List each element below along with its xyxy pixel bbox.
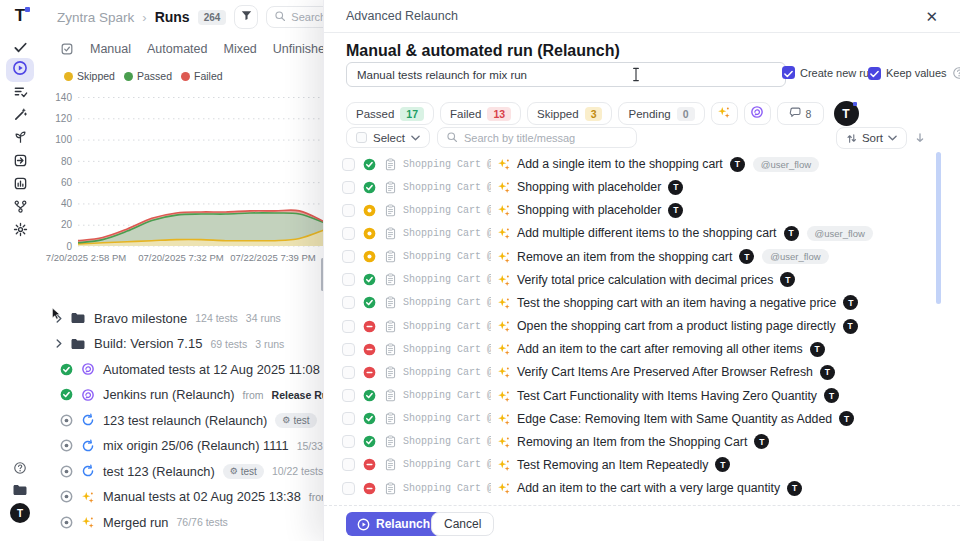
test-row[interactable]: Shopping Cart @…Add multiple different i… <box>324 223 960 243</box>
manual-sparkle-icon <box>497 250 511 264</box>
assignee-avatar: T <box>787 481 802 496</box>
test-row[interactable]: Shopping Cart @…Shopping with placeholde… <box>324 200 960 220</box>
run-row[interactable]: Jenkins run (Relaunch)fromRelease Run 1.… <box>40 384 323 406</box>
gear-icon <box>13 222 28 241</box>
sidebar-item-runs[interactable] <box>6 58 34 82</box>
sidebar-item-flaky[interactable] <box>9 128 31 150</box>
manual-sparkle-icon <box>497 412 511 426</box>
assignee-avatar: T <box>784 226 799 241</box>
run-tag: ⚙test <box>275 413 316 428</box>
test-checkbox[interactable] <box>342 412 355 425</box>
test-status-failed-icon <box>363 458 376 471</box>
run-status-in-progress-icon <box>60 414 73 427</box>
test-title: Verify Cart Items Are Preserved After Br… <box>517 365 813 379</box>
test-row[interactable]: Shopping Cart @…Add an item to the cart … <box>324 339 960 359</box>
test-row[interactable]: Shopping Cart @…Verify total price calcu… <box>324 270 960 290</box>
sidebar-item-projects[interactable] <box>9 481 31 503</box>
run-row[interactable]: Automated tests at 12 Aug 2025 11:08 (Re… <box>40 358 323 380</box>
milestone-row[interactable]: Build: Version 7.1569 tests3 runs <box>40 333 323 355</box>
run-row[interactable]: 123 test relaunch (Relaunch)⚙test15/23 t… <box>40 409 323 431</box>
clipboard-icon <box>384 250 397 263</box>
test-title: Shopping with placeholder <box>517 180 661 194</box>
test-row[interactable]: Shopping Cart @…Add an item to the cart … <box>324 478 960 498</box>
export-icon <box>13 153 28 172</box>
assignee-avatar: T <box>754 434 769 449</box>
clipboard-icon <box>384 412 397 425</box>
sidebar-item-help[interactable] <box>9 459 31 481</box>
test-checkbox[interactable] <box>342 389 355 402</box>
test-checkbox[interactable] <box>342 343 355 356</box>
test-checkbox[interactable] <box>342 227 355 240</box>
test-row[interactable]: Shopping Cart @…Remove an item from the … <box>324 247 960 267</box>
sidebar-item-integrations[interactable] <box>9 197 31 219</box>
milestone-row[interactable]: Bravo milestone124 tests34 runs <box>40 307 323 329</box>
app-window: T T Zyntra Spark › Runs 264 Search [C ✕ <box>0 0 960 541</box>
user-avatar[interactable]: T <box>10 503 30 523</box>
manual-sparkle-icon <box>497 319 511 333</box>
test-row[interactable]: Shopping Cart @…Test the shopping cart w… <box>324 293 960 313</box>
modal-scrollbar[interactable] <box>936 152 941 304</box>
test-row[interactable]: Shopping Cart @…Test Cart Functionality … <box>324 386 960 406</box>
test-row[interactable]: Shopping Cart @…Shopping with placeholde… <box>324 177 960 197</box>
clipboard-icon <box>384 181 397 194</box>
clipboard-icon <box>384 389 397 402</box>
sidebar-item-export[interactable] <box>9 151 31 173</box>
test-suite-prefix: Shopping Cart @… <box>403 413 491 424</box>
flaky-tests-icon <box>13 130 28 149</box>
run-title: Merged run <box>103 515 168 530</box>
milestone-title: Build: Version 7.15 <box>94 336 202 351</box>
test-row[interactable]: Shopping Cart @…Test Removing an Item Re… <box>324 455 960 475</box>
branch-icon <box>13 199 28 218</box>
sidebar-item-test-cases[interactable] <box>9 82 31 104</box>
app-logo[interactable]: T <box>9 6 31 28</box>
test-row[interactable]: Shopping Cart @…Open the shopping cart f… <box>324 316 960 336</box>
test-checkbox[interactable] <box>342 296 355 309</box>
test-checkbox[interactable] <box>342 250 355 263</box>
test-checkbox[interactable] <box>342 482 355 495</box>
test-row[interactable]: Shopping Cart @…Edge Case: Removing Item… <box>324 409 960 429</box>
sidebar-item-wand[interactable] <box>9 105 31 127</box>
manual-sparkle-icon <box>497 342 511 356</box>
milestone-folder-icon <box>70 336 86 352</box>
test-status-passed-icon <box>363 435 376 448</box>
test-suite-prefix: Shopping Cart @… <box>403 182 491 193</box>
runs-page: Zyntra Spark › Runs 264 Search [C ✕ Manu… <box>40 0 323 541</box>
run-type-manual-icon <box>81 490 95 504</box>
test-suite-prefix: Shopping Cart @… <box>403 321 491 332</box>
test-checkbox[interactable] <box>342 458 355 471</box>
test-status-skipped-icon <box>363 250 376 263</box>
test-row[interactable]: Shopping Cart @…Add a single item to the… <box>324 154 960 174</box>
sidebar-item-reports[interactable] <box>9 174 31 196</box>
run-status-passed-icon <box>60 363 73 376</box>
run-row[interactable]: mix origin 25/06 (Relaunch) 111115/33 te… <box>40 435 323 457</box>
clipboard-icon <box>384 343 397 356</box>
test-row[interactable]: Shopping Cart @…Verify Cart Items Are Pr… <box>324 362 960 382</box>
test-title: Add an item to the cart with a very larg… <box>517 481 780 495</box>
test-tag: @user_flow <box>762 249 828 264</box>
test-checkbox[interactable] <box>342 320 355 333</box>
chevron-right-icon[interactable] <box>56 339 62 348</box>
test-checkbox[interactable] <box>342 273 355 286</box>
test-checkbox[interactable] <box>342 181 355 194</box>
run-row[interactable]: test 123 (Relaunch)⚙test10/22 tests <box>40 460 323 482</box>
test-checkbox[interactable] <box>342 204 355 217</box>
sidebar-item-settings[interactable] <box>9 220 31 242</box>
test-checkbox[interactable] <box>342 366 355 379</box>
test-checkbox[interactable] <box>342 158 355 171</box>
assignee-avatar: T <box>739 249 754 264</box>
test-title: Removing an Item from the Shopping Cart <box>517 435 747 449</box>
assignee-avatar: T <box>780 272 795 287</box>
sidebar-item-checks[interactable] <box>9 38 31 60</box>
relaunch-button[interactable]: Relaunch <box>346 512 441 536</box>
test-title: Add an item to the cart after removing a… <box>517 342 803 356</box>
test-title: Open the shopping cart from a product li… <box>517 319 836 333</box>
run-row[interactable]: Manual tests at 02 Aug 2025 13:38fromCus… <box>40 486 323 508</box>
logo-accent-dot <box>25 7 30 12</box>
cancel-button[interactable]: Cancel <box>431 512 494 536</box>
runs-tree: Bravo milestone124 tests34 runsBuild: Ve… <box>40 0 323 541</box>
test-checkbox[interactable] <box>342 435 355 448</box>
run-row[interactable]: Merged run76/76 tests <box>40 511 323 533</box>
test-title: Shopping with placeholder <box>517 203 661 217</box>
play-circle-icon <box>12 60 28 80</box>
test-row[interactable]: Shopping Cart @…Removing an Item from th… <box>324 432 960 452</box>
